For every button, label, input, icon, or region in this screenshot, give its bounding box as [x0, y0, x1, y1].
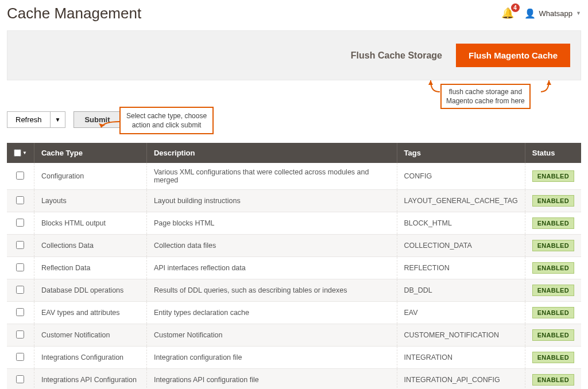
table-row[interactable]: Integrations API ConfigurationIntegratio… [7, 369, 581, 390]
table-row[interactable]: Collections DataCollection data filesCOL… [7, 235, 581, 257]
row-checkbox[interactable] [16, 263, 24, 271]
cache-description-cell: Customer Notification [146, 324, 397, 347]
annotation-text: flush cache storage and [446, 87, 525, 96]
status-badge: ENABLED [532, 262, 574, 274]
status-badge: ENABLED [532, 195, 574, 207]
cache-type-cell: Layouts [34, 190, 146, 212]
table-row[interactable]: Database DDL operationsResults of DDL qu… [7, 279, 581, 302]
cache-type-cell: Reflection Data [34, 257, 146, 279]
select-all-toggle[interactable]: ▼ [14, 149, 27, 157]
annotation-submit-note: Select cache type, choose action and cli… [119, 107, 214, 134]
status-badge: ENABLED [532, 329, 574, 341]
annotation-flush-note: flush cache storage and Magento cache fr… [440, 84, 531, 109]
status-badge: ENABLED [532, 285, 574, 296]
cache-tags-cell: REFLECTION [397, 257, 525, 279]
status-badge: ENABLED [532, 374, 574, 386]
status-badge: ENABLED [532, 352, 574, 363]
cache-type-cell: Customer Notification [34, 324, 146, 347]
column-header-status[interactable]: Status [525, 143, 581, 163]
status-badge: ENABLED [532, 170, 574, 182]
cache-description-cell: Layout building instructions [146, 190, 397, 212]
chevron-down-icon: ▼ [22, 150, 27, 155]
row-checkbox[interactable] [16, 196, 24, 204]
cache-description-cell: Page blocks HTML [146, 212, 397, 235]
page-title: Cache Management [7, 5, 141, 22]
cache-table: ▼ Cache Type Description Tags Status Con… [7, 143, 581, 389]
cache-type-cell: Collections Data [34, 235, 146, 257]
cache-type-cell: Integrations Configuration [34, 347, 146, 369]
table-row[interactable]: ConfigurationVarious XML configurations … [7, 163, 581, 190]
column-header-type[interactable]: Cache Type [34, 143, 146, 163]
select-all-checkbox[interactable] [14, 149, 21, 157]
table-row[interactable]: Customer NotificationCustomer Notificati… [7, 324, 581, 347]
row-checkbox[interactable] [16, 330, 24, 339]
row-checkbox[interactable] [16, 172, 24, 180]
cache-tags-cell: DB_DDL [397, 279, 525, 302]
user-icon: 👤 [524, 8, 536, 19]
cache-description-cell: Entity types declaration cache [146, 302, 397, 324]
user-name-label: Whatsapp [539, 9, 573, 18]
row-checkbox[interactable] [16, 219, 24, 227]
cache-tags-cell: LAYOUT_GENERAL_CACHE_TAG [397, 190, 525, 212]
row-checkbox[interactable] [16, 375, 24, 383]
cache-description-cell: Various XML configurations that were col… [146, 163, 397, 190]
cache-tags-cell: COLLECTION_DATA [397, 235, 525, 257]
cache-tags-cell: CONFIG [397, 163, 525, 190]
cache-type-cell: Integrations API Configuration [34, 369, 146, 390]
row-checkbox[interactable] [16, 241, 24, 249]
action-select-dropdown[interactable]: ▼ [50, 111, 66, 128]
action-bar: Flush Cache Storage Flush Magento Cache [7, 30, 581, 80]
flush-magento-cache-button[interactable]: Flush Magento Cache [456, 44, 570, 67]
flush-cache-storage-button[interactable]: Flush Cache Storage [351, 50, 442, 61]
annotation-arrow-icon [99, 115, 122, 130]
cache-tags-cell: INTEGRATION_API_CONFIG [397, 369, 525, 390]
cache-description-cell: Integration configuration file [146, 347, 397, 369]
table-row[interactable]: LayoutsLayout building instructionsLAYOU… [7, 190, 581, 212]
cache-description-cell: Results of DDL queries, such as describi… [146, 279, 397, 302]
annotation-text: Select cache type, choose [126, 111, 207, 120]
column-header-description[interactable]: Description [146, 143, 397, 163]
status-badge: ENABLED [532, 240, 574, 251]
table-row[interactable]: Integrations ConfigurationIntegration co… [7, 347, 581, 369]
table-row[interactable]: Blocks HTML outputPage blocks HTMLBLOCK_… [7, 212, 581, 235]
table-row[interactable]: Reflection DataAPI interfaces reflection… [7, 257, 581, 279]
row-checkbox[interactable] [16, 286, 24, 294]
cache-type-cell: EAV types and attributes [34, 302, 146, 324]
cache-description-cell: Integrations API configuration file [146, 369, 397, 390]
cache-tags-cell: EAV [397, 302, 525, 324]
cache-description-cell: Collection data files [146, 235, 397, 257]
row-checkbox[interactable] [16, 308, 24, 316]
cache-type-cell: Blocks HTML output [34, 212, 146, 235]
table-row[interactable]: EAV types and attributesEntity types dec… [7, 302, 581, 324]
column-header-tags[interactable]: Tags [397, 143, 525, 163]
user-menu[interactable]: 👤 Whatsapp ▼ [524, 8, 581, 19]
row-checkbox[interactable] [16, 353, 24, 361]
cache-description-cell: API interfaces reflection data [146, 257, 397, 279]
cache-tags-cell: CUSTOMER_NOTIFICATION [397, 324, 525, 347]
status-badge: ENABLED [532, 307, 574, 318]
annotation-text: Magento cache from here [446, 96, 525, 106]
cache-type-cell: Configuration [34, 163, 146, 190]
action-select[interactable]: Refresh [7, 111, 50, 128]
annotation-arrow-icon [541, 79, 558, 102]
chevron-down-icon: ▼ [576, 10, 581, 16]
cache-tags-cell: INTEGRATION [397, 347, 525, 369]
cache-type-cell: Database DDL operations [34, 279, 146, 302]
status-badge: ENABLED [532, 217, 574, 229]
notifications-button[interactable]: 🔔 4 [501, 7, 514, 20]
cache-tags-cell: BLOCK_HTML [397, 212, 525, 235]
notification-badge: 4 [511, 3, 520, 12]
annotation-text: action and click submit [126, 120, 207, 130]
annotation-arrow-icon [419, 79, 442, 102]
